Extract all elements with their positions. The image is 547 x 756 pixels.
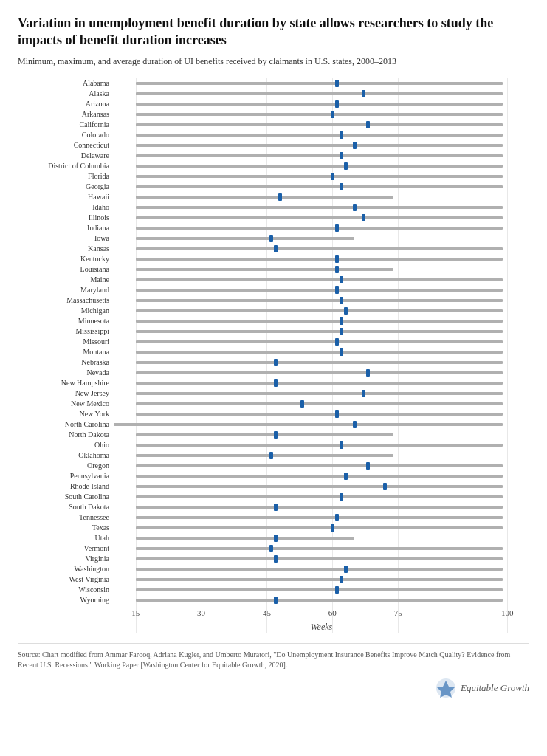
bar-avg-dot: [300, 400, 304, 408]
x-tick: 60: [325, 608, 340, 617]
y-label: Minnesota: [78, 316, 109, 326]
bar-range: [136, 588, 503, 591]
bar-track: [114, 454, 529, 457]
bar-track: [114, 371, 529, 374]
bar-track: [114, 320, 529, 323]
bar-track: [114, 268, 529, 271]
chart-subtitle: Minimum, maximum, and average duration o…: [18, 55, 529, 68]
chart-area: AlabamaAlaskaArizonaArkansasCaliforniaCo…: [18, 78, 529, 633]
bar-row: [114, 306, 529, 316]
bar-avg-dot: [353, 204, 357, 211]
bar-avg-dot: [335, 80, 339, 87]
bar-row: [114, 574, 529, 585]
bar-range: [136, 382, 503, 385]
bar-row: [114, 151, 529, 161]
y-label: Michigan: [81, 306, 109, 316]
bar-avg-dot: [274, 359, 278, 366]
bar-row: [114, 543, 529, 554]
bar-range: [136, 506, 503, 509]
bar-track: [114, 134, 529, 137]
bar-range: [136, 340, 503, 343]
bar-track: [114, 402, 529, 405]
y-label: New Hampshire: [61, 378, 109, 388]
bar-range: [136, 165, 503, 168]
y-label: Illinois: [89, 213, 109, 223]
y-label: Alabama: [83, 78, 109, 89]
bar-row: [114, 130, 529, 140]
bar-range: [136, 258, 503, 261]
bar-track: [114, 247, 529, 250]
bar-track: [114, 340, 529, 343]
x-axis-label: Weeks: [114, 622, 529, 633]
bar-track: [114, 299, 529, 302]
bar-track: [114, 123, 529, 126]
bar-avg-dot: [344, 307, 348, 315]
bar-row: [114, 430, 529, 440]
bar-avg-dot: [269, 545, 273, 552]
bar-avg-dot: [331, 111, 334, 118]
y-label: Wisconsin: [78, 585, 109, 595]
bar-track: [114, 330, 529, 333]
bar-range: [136, 454, 394, 457]
bar-avg-dot: [274, 431, 278, 439]
bar-row: [114, 471, 529, 481]
bar-row: [114, 89, 529, 99]
bar-range: [136, 413, 503, 416]
bar-track: [114, 578, 529, 581]
y-label: South Carolina: [65, 492, 109, 502]
bar-avg-dot: [331, 524, 334, 532]
bar-row: [114, 492, 529, 502]
bar-track: [114, 196, 529, 199]
bar-avg-dot: [362, 214, 365, 221]
bar-row: [114, 554, 529, 564]
bar-row: [114, 275, 529, 285]
bar-track: [114, 351, 529, 354]
bar-row: [114, 109, 529, 120]
y-label: Idaho: [92, 202, 109, 213]
bar-avg-dot: [340, 441, 343, 449]
bar-avg-dot: [335, 266, 339, 273]
y-label: Tennessee: [79, 512, 109, 523]
y-label: Missouri: [83, 337, 109, 347]
y-label: Oregon: [87, 461, 109, 471]
bar-track: [114, 103, 529, 106]
bar-track: [114, 444, 529, 447]
bar-range: [136, 320, 503, 323]
bar-avg-dot: [353, 142, 357, 149]
bar-range: [136, 402, 503, 405]
bar-avg-dot: [274, 597, 278, 604]
bar-range: [136, 82, 503, 85]
bar-track: [114, 144, 529, 147]
y-label: Wyoming: [80, 595, 109, 605]
y-label: Florida: [88, 171, 109, 182]
bar-row: [114, 512, 529, 523]
bar-track: [114, 599, 529, 602]
bar-avg-dot: [340, 276, 343, 284]
bar-avg-dot: [335, 514, 339, 521]
y-label: Massachusetts: [66, 295, 109, 306]
bar-avg-dot: [340, 576, 343, 583]
bar-track: [114, 537, 529, 540]
y-label: North Carolina: [65, 419, 109, 430]
bar-range: [136, 330, 503, 333]
bar-row: [114, 120, 529, 130]
bar-track: [114, 206, 529, 209]
bar-row: [114, 202, 529, 213]
bar-range: [136, 557, 503, 560]
y-label: New Jersey: [75, 388, 109, 399]
bar-range: [136, 568, 503, 571]
y-label: Mississippi: [75, 326, 109, 337]
y-axis-labels: AlabamaAlaskaArizonaArkansasCaliforniaCo…: [18, 78, 114, 633]
bar-range: [136, 289, 503, 292]
bar-range: [136, 268, 394, 271]
y-label: Vermont: [84, 543, 109, 554]
bar-avg-dot: [344, 162, 348, 170]
bar-track: [114, 423, 529, 426]
y-label: Delaware: [81, 151, 109, 161]
bar-range: [136, 578, 503, 581]
bar-range: [136, 495, 503, 498]
bar-track: [114, 175, 529, 178]
bar-range: [136, 237, 354, 240]
bar-avg-dot: [335, 410, 339, 418]
bar-range: [136, 92, 503, 95]
